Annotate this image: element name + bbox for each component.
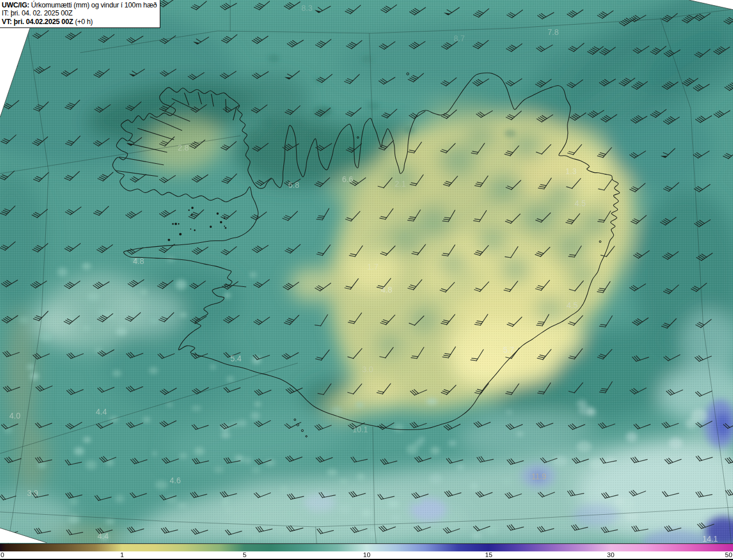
svg-text:14.1: 14.1 — [702, 534, 718, 543]
svg-text:4.5: 4.5 — [574, 199, 586, 208]
svg-text:7.8: 7.8 — [547, 27, 559, 37]
svg-text:8.3: 8.3 — [301, 3, 313, 13]
svg-text:3.9: 3.9 — [27, 488, 38, 498]
svg-text:4.5: 4.5 — [566, 301, 578, 310]
svg-text:1.7: 1.7 — [367, 262, 379, 271]
svg-text:4.6: 4.6 — [170, 476, 181, 485]
svg-text:1.3: 1.3 — [565, 167, 577, 176]
svg-text:4.8: 4.8 — [381, 285, 392, 294]
svg-text:4.4: 4.4 — [96, 407, 107, 416]
svg-text:6.8: 6.8 — [288, 180, 299, 190]
svg-text:11.9: 11.9 — [531, 472, 546, 481]
svg-text:5.4: 5.4 — [230, 354, 242, 363]
svg-text:10.1: 10.1 — [352, 425, 368, 434]
svg-text:2.8: 2.8 — [178, 143, 189, 152]
svg-text:6.6: 6.6 — [342, 175, 353, 184]
svg-text:3.0: 3.0 — [362, 365, 373, 374]
svg-text:5.7: 5.7 — [503, 345, 514, 354]
svg-text:4.0: 4.0 — [9, 411, 21, 420]
svg-text:2.1: 2.1 — [395, 179, 406, 188]
svg-text:8.7: 8.7 — [454, 34, 465, 43]
svg-text:4.4: 4.4 — [97, 531, 109, 541]
svg-text:4.8: 4.8 — [133, 257, 144, 266]
